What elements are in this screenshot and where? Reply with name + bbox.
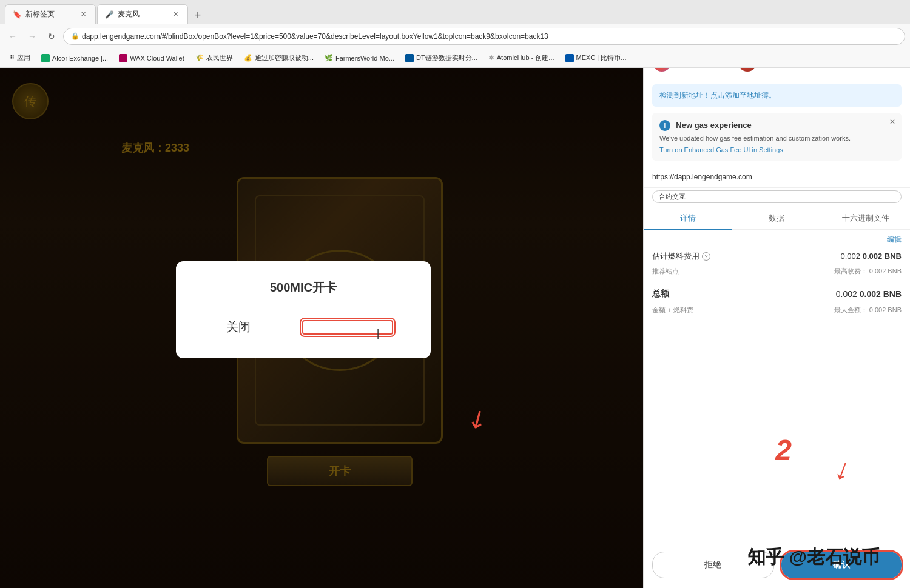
refresh-button[interactable]: ↻	[44, 28, 59, 44]
mm-tab-hex[interactable]: 十六进制文件	[821, 208, 910, 229]
tab-icon-2: 🎤	[105, 10, 114, 19]
forward-button[interactable]: →	[24, 28, 40, 44]
back-button[interactable]: ←	[5, 28, 21, 44]
bookmark-crypto-label: 通过加密赚取被动...	[255, 53, 314, 62]
mexc-icon	[565, 54, 574, 62]
bookmark-apps[interactable]: ⠿ 应用	[5, 52, 35, 64]
bookmark-farmersworld-label: FarmersWorld Mo...	[335, 55, 394, 62]
mm-gas-fee-row: 估计燃料费用 ? 0.002 0.002 BNB	[644, 247, 910, 266]
bookmark-dt-label: DT链游数据实时分...	[416, 53, 477, 62]
mm-total-subvalue: 最大金额： 0.002 BNB	[834, 306, 902, 315]
modal-confirm-button[interactable]	[302, 320, 393, 335]
browser-chrome: 🔖 新标签页 ✕ 🎤 麦克风 ✕ + ← → ↻ 🔒 dapp.lengendg…	[0, 0, 910, 68]
tab-mic[interactable]: 🎤 麦克风 ✕	[97, 4, 188, 24]
mm-gas-experience-box: ✕ i New gas experience We've updated how…	[652, 113, 902, 161]
atomic-icon: ⚛	[488, 54, 494, 62]
alcor-icon	[41, 54, 50, 62]
crypto-icon: 💰	[244, 54, 252, 62]
bookmark-wax[interactable]: WAX Cloud Wallet	[114, 53, 189, 64]
mm-gas-fee-label: 估计燃料费用 ?	[652, 251, 710, 262]
bookmark-dt[interactable]: DT链游数据实时分...	[400, 52, 482, 64]
bookmark-alcor[interactable]: Alcor Exchange |...	[36, 53, 113, 64]
new-tab-button[interactable]: +	[189, 7, 206, 24]
mm-gas-description: We've updated how gas fee estimation and…	[659, 133, 894, 144]
mm-gas-settings-link[interactable]: Turn on Enhanced Gas Fee UI in Settings	[659, 146, 894, 153]
mm-gas-sublabel: 推荐站点	[652, 267, 679, 276]
mm-edit-row: 编辑	[644, 230, 910, 247]
tab-close-1[interactable]: ✕	[78, 10, 88, 19]
mm-gas-hint-icon[interactable]: ?	[702, 252, 710, 261]
modal-dialog: 500MIC开卡 关闭	[176, 261, 431, 358]
tab-label-2: 麦克风	[118, 9, 140, 19]
mm-gas-title: New gas experience	[676, 121, 751, 130]
modal-overlay: 500MIC开卡 关闭	[0, 68, 643, 588]
apps-icon: ⠿	[10, 54, 15, 62]
mm-total-value: 0.002 0.002 BNB	[836, 289, 902, 299]
mm-site-url: https://dapp.lengendgame.com	[644, 167, 910, 188]
mm-tab-data-label: 数据	[769, 213, 784, 222]
bookmark-atomic-label: AtomicHub - 创建...	[497, 53, 554, 62]
tab-icon-1: 🔖	[13, 10, 22, 19]
modal-buttons: 关闭	[200, 314, 406, 340]
tab-new-tab[interactable]: 🔖 新标签页 ✕	[5, 4, 96, 24]
mm-contract-badge[interactable]: 合约交互	[652, 190, 902, 203]
mm-tabs: 详情 数据 十六进制文件	[644, 208, 910, 230]
modal-close-button[interactable]: 关闭	[214, 314, 263, 340]
annotation-number-2: 2	[775, 433, 792, 467]
bookmarks-bar: ⠿ 应用 Alcor Exchange |... WAX Cloud Walle…	[0, 48, 910, 68]
bookmark-atomic[interactable]: ⚛ AtomicHub - 创建...	[484, 52, 559, 64]
bookmark-mexc[interactable]: MEXC | 比特币...	[561, 52, 632, 64]
tab-close-2[interactable]: ✕	[170, 10, 180, 19]
lock-icon: 🔒	[71, 32, 79, 40]
farmersworld-icon: 🌿	[325, 54, 333, 62]
mm-gas-close-button[interactable]: ✕	[889, 118, 895, 126]
mm-gas-sub-row: 推荐站点 最高收费： 0.002 BNB	[644, 266, 910, 278]
dt-icon	[405, 54, 414, 62]
bookmark-apps-label: 应用	[17, 53, 30, 62]
bookmark-farm[interactable]: 🌾 农民世界	[190, 52, 238, 64]
mm-total-row: 总额 0.002 0.002 BNB	[644, 284, 910, 304]
game-background: 传 麦克风：2333 ⚜ 开卡 500MIC开卡 关闭 ↙	[0, 68, 643, 588]
tab-label-1: 新标签页	[25, 9, 55, 19]
bookmark-alcor-label: Alcor Exchange |...	[52, 55, 108, 62]
mm-divider	[644, 281, 910, 281]
mm-gas-subvalue: 最高收费： 0.002 BNB	[834, 267, 902, 276]
mm-gas-fee-value: 0.002 0.002 BNB	[841, 252, 902, 261]
mm-notice-text: 检测到新地址！点击添加至地址簿。	[659, 91, 776, 99]
modal-title: 500MIC开卡	[200, 279, 406, 296]
bookmark-farmersworld[interactable]: 🌿 FarmersWorld Mo...	[320, 53, 399, 63]
mm-total-label: 总额	[652, 289, 669, 299]
mm-total-value-group: 0.002 0.002 BNB	[836, 289, 902, 299]
address-text: dapp.lengendgame.com/#/blindBox/openBox?…	[82, 32, 897, 41]
bookmark-farm-label: 农民世界	[206, 53, 233, 62]
watermark: 知乎 @老石说币	[747, 545, 880, 570]
address-bar-row: ← → ↻ 🔒 dapp.lengendgame.com/#/blindBox/…	[0, 24, 910, 48]
mm-notice-box[interactable]: 检测到新地址！点击添加至地址簿。	[652, 84, 902, 107]
bookmark-mexc-label: MEXC | 比特币...	[576, 53, 627, 62]
mm-tab-data[interactable]: 数据	[732, 208, 821, 229]
farm-icon: 🌾	[195, 54, 204, 62]
metamask-panel: MetaMask Notification — □ ✕ BinanceSmart…	[643, 0, 910, 588]
bookmark-crypto[interactable]: 💰 通过加密赚取被动...	[239, 52, 318, 64]
tab-bar: 🔖 新标签页 ✕ 🎤 麦克风 ✕ +	[0, 0, 910, 24]
mm-edit-link[interactable]: 编辑	[887, 235, 902, 245]
mm-tab-details[interactable]: 详情	[644, 208, 732, 230]
mm-total-sub-row: 金额 + 燃料费 最大金额： 0.002 BNB	[644, 304, 910, 317]
mm-gas-info-icon: i	[659, 120, 670, 131]
mm-total-sublabel: 金额 + 燃料费	[652, 306, 693, 315]
mm-tab-hex-label: 十六进制文件	[842, 213, 889, 222]
bookmark-wax-label: WAX Cloud Wallet	[130, 55, 184, 62]
mm-tab-details-label: 详情	[680, 213, 696, 222]
address-bar[interactable]: 🔒 dapp.lengendgame.com/#/blindBox/openBo…	[63, 28, 905, 45]
wax-icon	[119, 54, 127, 62]
